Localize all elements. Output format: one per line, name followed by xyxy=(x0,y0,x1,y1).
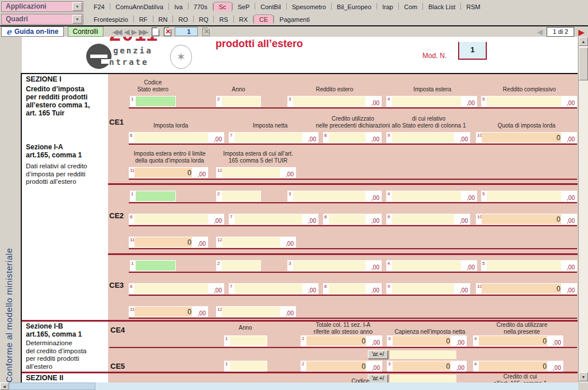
field-input[interactable] xyxy=(134,307,192,316)
ce1-field-5[interactable]: 5,00 xyxy=(481,96,577,107)
field-input[interactable] xyxy=(392,191,461,201)
field-input[interactable] xyxy=(293,96,366,106)
field-input[interactable] xyxy=(482,214,561,224)
scroll-down-icon[interactable]: ▼ xyxy=(579,372,588,381)
field-input[interactable] xyxy=(482,133,561,142)
field-input[interactable] xyxy=(134,284,208,294)
module-number-field[interactable]: 1 xyxy=(175,27,198,36)
tab-frontespizio[interactable]: Frontespizio xyxy=(89,14,133,24)
ce3-field-6[interactable]: 6,00 xyxy=(129,283,224,294)
field-input[interactable] xyxy=(329,133,366,142)
ce1-field-7[interactable]: 7,00 xyxy=(229,132,318,143)
scroll-up-icon[interactable]: ▲ xyxy=(579,37,588,46)
tab-black-list[interactable]: Black List xyxy=(423,2,460,11)
ce3-field-2[interactable]: 2 xyxy=(216,260,261,271)
tab-sc[interactable]: Sc xyxy=(213,2,232,11)
ce1-field-3[interactable]: 3,00 xyxy=(287,96,382,107)
field-input[interactable] xyxy=(306,336,366,346)
ce2-field-7[interactable]: 7,00 xyxy=(229,214,318,225)
var-plus-minus-button[interactable]: 'ar.+/ xyxy=(368,374,388,383)
tab-rx[interactable]: RX xyxy=(234,14,253,24)
field-input[interactable] xyxy=(487,96,561,106)
field-input[interactable] xyxy=(235,214,302,224)
ce2-field-1[interactable]: 1 xyxy=(130,191,176,202)
vertical-scrollbar[interactable]: ▲ ▼ xyxy=(578,37,588,383)
ce2-field-10[interactable]: 100,00 xyxy=(476,214,577,225)
previous-page-icon[interactable]: ◀ xyxy=(537,28,543,36)
tab-bil-europeo[interactable]: Bil_Europeo xyxy=(332,2,376,11)
vertical-scrollbar-thumb[interactable] xyxy=(579,47,588,80)
field-input[interactable] xyxy=(393,336,451,346)
tab-irap[interactable]: Irap xyxy=(377,2,398,11)
field-input[interactable] xyxy=(222,261,260,271)
scroll-left-icon[interactable]: ◀ xyxy=(0,383,9,390)
ce1-field-8[interactable]: 8,00 xyxy=(323,132,382,143)
ce3-field-4[interactable]: 4,00 xyxy=(386,260,477,271)
new-module-icon[interactable] xyxy=(152,28,159,36)
field-input[interactable] xyxy=(134,214,208,224)
ce2-field-8[interactable]: 8,00 xyxy=(323,214,382,225)
horizontal-scrollbar[interactable]: ◀ xyxy=(0,383,578,390)
tab-770s[interactable]: 770s xyxy=(189,2,213,11)
ce5-field-1[interactable]: 1 xyxy=(224,361,267,372)
tab-spesometro[interactable]: Spesometro xyxy=(287,2,331,11)
field-input[interactable] xyxy=(222,307,280,316)
tab-com[interactable]: Com xyxy=(399,2,422,11)
var-input-field[interactable] xyxy=(390,350,456,359)
field-input[interactable] xyxy=(222,168,280,177)
field-input[interactable] xyxy=(134,133,208,142)
ce2-field-9[interactable]: 9,00 xyxy=(386,214,470,225)
first-record-icon[interactable]: ◀◀ xyxy=(113,28,121,36)
ce1-field-9[interactable]: 9,00 xyxy=(386,132,470,143)
ce3-field-7[interactable]: 7,00 xyxy=(229,283,318,294)
ce2-field-4[interactable]: 4,00 xyxy=(386,191,477,202)
ce5-field-2[interactable]: 2 0 ,00 xyxy=(301,361,382,372)
previous-record-icon[interactable]: ◀ xyxy=(124,28,128,36)
tab-ce[interactable]: CE xyxy=(253,14,274,24)
ce2-field-3[interactable]: 3,00 xyxy=(287,191,382,202)
ce1-field-12[interactable]: 12,00 xyxy=(216,167,296,178)
ce3-field-10[interactable]: 100,00 xyxy=(476,283,577,294)
tab-sep[interactable]: SeP xyxy=(233,2,255,11)
ce1-field-1[interactable]: 1 xyxy=(130,96,176,107)
mod-n-field[interactable]: 1 xyxy=(458,42,487,60)
ce1-field-10[interactable]: 100,00 xyxy=(476,132,577,143)
ce3-field-5[interactable]: 5,00 xyxy=(481,260,577,271)
guida-online-button[interactable]: e Guida on-line xyxy=(1,26,64,37)
ce3-field-1[interactable]: 1 xyxy=(130,260,176,271)
field-input[interactable] xyxy=(392,284,454,294)
tab-rn[interactable]: RN xyxy=(153,14,173,24)
field-input[interactable] xyxy=(134,237,192,247)
tab-rq[interactable]: RQ xyxy=(194,14,214,24)
field-input[interactable] xyxy=(393,361,451,371)
field-input[interactable] xyxy=(392,133,454,142)
field-input[interactable] xyxy=(230,336,267,346)
field-input[interactable] xyxy=(230,361,267,371)
ce3-field-9[interactable]: 9,00 xyxy=(386,283,470,294)
field-input[interactable] xyxy=(222,191,260,201)
field-input[interactable] xyxy=(479,361,547,371)
field-input[interactable] xyxy=(392,96,461,106)
tab-rsm[interactable]: RSM xyxy=(461,2,485,11)
quadri-dropdown[interactable]: Quadri ▼ xyxy=(1,14,83,25)
field-input[interactable] xyxy=(235,133,302,142)
field-input[interactable] xyxy=(487,261,561,271)
ce2-field-5[interactable]: 5,00 xyxy=(481,191,577,202)
tab-rf[interactable]: RF xyxy=(134,14,153,24)
field-input[interactable] xyxy=(136,96,175,106)
ce4-field-4[interactable]: 4 0 ,00 xyxy=(473,335,563,346)
ce1-field-6[interactable]: 6,00 xyxy=(129,132,224,143)
field-input[interactable] xyxy=(235,284,302,294)
controlli-button[interactable]: Controlli xyxy=(68,26,103,37)
tab-ro[interactable]: RO xyxy=(173,14,193,24)
ce1-field-2[interactable]: 2 xyxy=(216,96,261,107)
ce5-field-3[interactable]: 3 0 ,00 xyxy=(387,361,467,372)
ce1-field-11[interactable]: 110,00 xyxy=(129,167,208,178)
next-record-icon[interactable]: ▶ xyxy=(132,28,136,36)
field-input[interactable] xyxy=(329,214,366,224)
field-input[interactable] xyxy=(136,191,175,201)
field-input[interactable] xyxy=(479,336,547,346)
ce5-field-4[interactable]: 4 0 ,00 xyxy=(473,361,563,372)
tab-comuanndatiiva[interactable]: ComuAnnDatiIva xyxy=(110,2,168,11)
field-input[interactable] xyxy=(392,214,454,224)
